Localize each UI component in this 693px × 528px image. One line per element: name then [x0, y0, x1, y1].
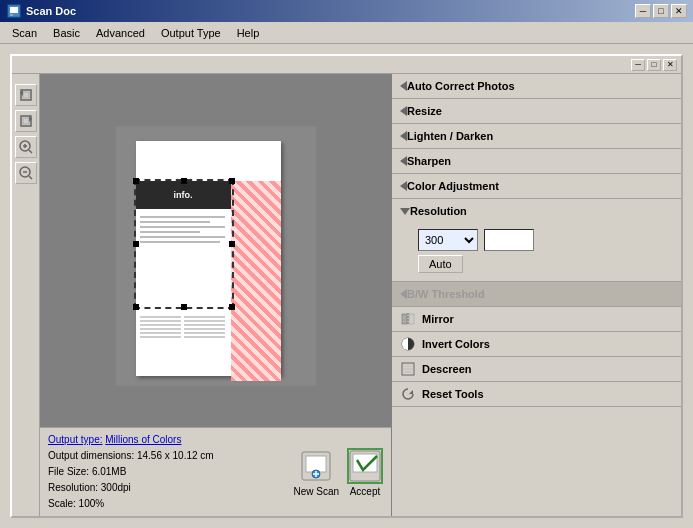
auto-button-row: Auto: [418, 255, 673, 273]
inner-maximize-btn[interactable]: □: [647, 59, 661, 71]
arrow-icon-resolution: [400, 208, 410, 215]
document-preview: info.: [116, 126, 316, 386]
invert-colors-icon: [400, 336, 416, 352]
settings-group-reset-tools: Reset Tools: [392, 382, 681, 407]
settings-label-sharpen: Sharpen: [407, 155, 451, 167]
rotate-left-button[interactable]: [15, 84, 37, 106]
svg-rect-2: [10, 14, 13, 16]
left-toolbar: [12, 74, 40, 516]
settings-header-reset-tools[interactable]: Reset Tools: [392, 382, 681, 406]
title-bar: Scan Doc ─ □ ✕: [0, 0, 693, 22]
settings-group-resolution: Resolution 300 72 150 600: [392, 199, 681, 282]
settings-header-mirror[interactable]: Mirror: [392, 307, 681, 331]
settings-label-invert-colors: Invert Colors: [422, 338, 490, 350]
settings-header-resolution[interactable]: Resolution: [392, 199, 681, 223]
settings-group-mirror: Mirror: [392, 307, 681, 332]
settings-group-color-adjustment: Color Adjustment: [392, 174, 681, 199]
arrow-icon-bw-threshold: [400, 289, 407, 299]
resolution-select[interactable]: 300 72 150 600: [418, 229, 478, 251]
new-scan-button[interactable]: New Scan: [293, 448, 339, 497]
svg-rect-22: [409, 314, 414, 324]
preview-panel: info.: [12, 74, 392, 516]
menu-help[interactable]: Help: [229, 25, 268, 41]
menu-advanced[interactable]: Advanced: [88, 25, 153, 41]
status-text: Output type: Millions of Colors Output d…: [48, 432, 214, 512]
new-scan-label: New Scan: [293, 486, 339, 497]
scale-status: Scale: 100%: [48, 496, 214, 512]
accept-label: Accept: [350, 486, 381, 497]
new-scan-icon: [298, 448, 334, 484]
menu-basic[interactable]: Basic: [45, 25, 88, 41]
scan-preview: info.: [40, 74, 391, 427]
settings-label-reset-tools: Reset Tools: [422, 388, 484, 400]
settings-panel: Auto Correct Photos Resize Lighten / Dar…: [392, 74, 681, 516]
svg-rect-4: [23, 92, 29, 98]
zoom-in-button[interactable]: [15, 136, 37, 158]
window-title: Scan Doc: [26, 5, 635, 17]
mirror-icon: [400, 311, 416, 327]
resolution-controls: 300 72 150 600: [418, 229, 673, 251]
settings-group-auto-correct: Auto Correct Photos: [392, 74, 681, 99]
svg-marker-29: [409, 390, 413, 394]
svg-line-13: [29, 176, 32, 179]
settings-label-mirror: Mirror: [422, 313, 454, 325]
close-button[interactable]: ✕: [671, 4, 687, 18]
settings-label-auto-correct: Auto Correct Photos: [407, 80, 515, 92]
inner-window: ─ □ ✕: [10, 54, 683, 518]
descreen-icon: [400, 361, 416, 377]
inner-close-btn[interactable]: ✕: [663, 59, 677, 71]
settings-label-resolution: Resolution: [410, 205, 467, 217]
arrow-icon-lighten-darken: [400, 131, 407, 141]
auto-button[interactable]: Auto: [418, 255, 463, 273]
arrow-icon-auto-correct: [400, 81, 407, 91]
settings-group-resize: Resize: [392, 99, 681, 124]
settings-header-color-adjustment[interactable]: Color Adjustment: [392, 174, 681, 198]
settings-header-descreen[interactable]: Descreen: [392, 357, 681, 381]
minimize-button[interactable]: ─: [635, 4, 651, 18]
svg-rect-6: [23, 118, 29, 124]
title-bar-buttons: ─ □ ✕: [635, 4, 687, 18]
output-type-label: Output type:: [48, 434, 102, 445]
rotate-right-button[interactable]: [15, 110, 37, 132]
settings-label-descreen: Descreen: [422, 363, 472, 375]
settings-header-bw-threshold[interactable]: B/W Threshold: [392, 282, 681, 306]
resolution-input[interactable]: [484, 229, 534, 251]
arrow-icon-resize: [400, 106, 407, 116]
accept-button[interactable]: Accept: [347, 448, 383, 497]
app-icon: [6, 3, 22, 19]
menu-scan[interactable]: Scan: [4, 25, 45, 41]
output-dimensions: Output dimensions: 14.56 x 10.12 cm: [48, 448, 214, 464]
svg-line-10: [29, 150, 32, 153]
settings-group-lighten-darken: Lighten / Darken: [392, 124, 681, 149]
menu-bar: Scan Basic Advanced Output Type Help: [0, 22, 693, 44]
settings-group-descreen: Descreen: [392, 357, 681, 382]
output-type-value: Millions of Colors: [105, 434, 181, 445]
status-area: Output type: Millions of Colors Output d…: [12, 427, 391, 516]
settings-header-sharpen[interactable]: Sharpen: [392, 149, 681, 173]
zoom-out-button[interactable]: [15, 162, 37, 184]
inner-minimize-btn[interactable]: ─: [631, 59, 645, 71]
maximize-button[interactable]: □: [653, 4, 669, 18]
settings-header-auto-correct[interactable]: Auto Correct Photos: [392, 74, 681, 98]
main-area: ─ □ ✕: [0, 44, 693, 528]
action-buttons: New Scan Accept: [293, 448, 383, 497]
file-size: File Size: 6.01MB: [48, 464, 214, 480]
settings-label-bw-threshold: B/W Threshold: [407, 288, 485, 300]
settings-label-resize: Resize: [407, 105, 442, 117]
arrow-icon-sharpen: [400, 156, 407, 166]
settings-header-invert-colors[interactable]: Invert Colors: [392, 332, 681, 356]
settings-header-lighten-darken[interactable]: Lighten / Darken: [392, 124, 681, 148]
settings-content-resolution: 300 72 150 600 Auto: [392, 223, 681, 281]
settings-label-lighten-darken: Lighten / Darken: [407, 130, 493, 142]
svg-rect-21: [402, 314, 407, 324]
settings-group-bw-threshold: B/W Threshold: [392, 282, 681, 307]
inner-title-bar: ─ □ ✕: [12, 56, 681, 74]
settings-label-color-adjustment: Color Adjustment: [407, 180, 499, 192]
settings-group-sharpen: Sharpen: [392, 149, 681, 174]
settings-group-invert-colors: Invert Colors: [392, 332, 681, 357]
accept-icon: [347, 448, 383, 484]
settings-header-resize[interactable]: Resize: [392, 99, 681, 123]
svg-rect-1: [10, 7, 18, 13]
menu-output-type[interactable]: Output Type: [153, 25, 229, 41]
arrow-icon-color-adjustment: [400, 181, 407, 191]
